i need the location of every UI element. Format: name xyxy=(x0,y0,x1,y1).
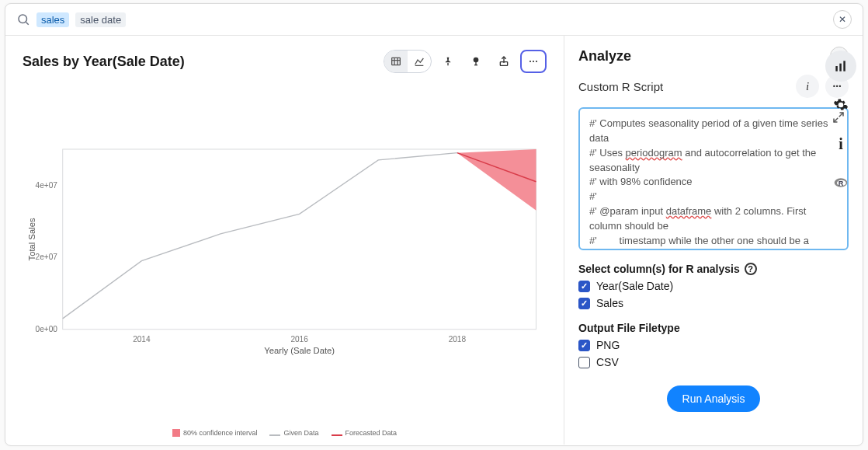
more-options-button[interactable] xyxy=(520,50,547,73)
chart-view-button[interactable] xyxy=(408,51,431,72)
search-chip[interactable]: sales xyxy=(36,12,69,27)
column-option-label: Sales xyxy=(596,297,623,309)
svg-text:2014: 2014 xyxy=(133,335,151,344)
analyze-subtitle: Custom R Script xyxy=(578,80,663,93)
right-rail: i R xyxy=(825,51,856,198)
column-option-checkbox[interactable] xyxy=(578,298,590,309)
info-icon[interactable]: i xyxy=(796,75,819,98)
svg-rect-24 xyxy=(839,64,842,72)
share-button[interactable] xyxy=(492,50,516,73)
column-option-checkbox[interactable] xyxy=(578,281,590,292)
legend-item: 80% confidence interval xyxy=(172,429,258,437)
analyze-title: Analyze xyxy=(578,48,631,65)
svg-rect-9 xyxy=(474,65,477,65)
svg-point-0 xyxy=(19,15,27,23)
column-option-row: Year(Sale Date) xyxy=(578,280,849,292)
filetype-option-row: PNG xyxy=(578,339,849,351)
chart-legend: 80% confidence intervalGiven DataForecas… xyxy=(23,429,547,437)
svg-rect-25 xyxy=(843,61,845,71)
filetype-option-checkbox[interactable] xyxy=(578,357,590,368)
svg-rect-8 xyxy=(475,62,476,65)
legend-item: Given Data xyxy=(269,429,318,437)
rail-chart-icon[interactable] xyxy=(825,51,856,82)
filetype-option-checkbox[interactable] xyxy=(578,340,590,351)
svg-text:R: R xyxy=(838,180,844,187)
svg-rect-23 xyxy=(835,66,838,72)
filetype-label: Output File Filetype xyxy=(578,322,849,334)
app-window: sales sale date ✕ Sales by Year(Sale Dat… xyxy=(5,3,863,446)
svg-rect-2 xyxy=(392,58,401,65)
svg-point-7 xyxy=(474,58,479,63)
svg-point-12 xyxy=(533,61,534,62)
r-script-editor[interactable]: #' Computes seasonality period of a give… xyxy=(578,107,849,250)
chart-area: 0e+002e+074e+07201420162018Yearly (Sale … xyxy=(23,81,547,437)
table-view-button[interactable] xyxy=(384,51,408,72)
svg-point-13 xyxy=(536,61,537,62)
filetype-option-row: CSV xyxy=(578,356,849,368)
svg-text:2e+07: 2e+07 xyxy=(36,253,58,261)
search-chip[interactable]: sale date xyxy=(75,12,126,27)
svg-text:2018: 2018 xyxy=(449,335,467,344)
svg-line-1 xyxy=(26,22,28,24)
select-columns-label: Select column(s) for R analysis ? xyxy=(578,263,849,275)
spotiq-button[interactable] xyxy=(464,50,488,73)
svg-text:Total Sales: Total Sales xyxy=(27,218,36,260)
clear-search-button[interactable]: ✕ xyxy=(833,10,852,29)
search-icon xyxy=(16,12,30,26)
svg-point-11 xyxy=(529,61,531,62)
column-option-row: Sales xyxy=(578,297,849,309)
rail-r-icon[interactable]: R xyxy=(825,167,856,198)
svg-text:Yearly (Sale Date): Yearly (Sale Date) xyxy=(264,346,335,355)
analyze-panel: Analyze ✕ Custom R Script i ··· #' Compu… xyxy=(564,36,863,445)
column-option-label: Year(Sale Date) xyxy=(596,280,673,292)
rail-settings-icon[interactable] xyxy=(825,89,856,120)
legend-item: Forecasted Data xyxy=(332,429,398,437)
chart-pane: Sales by Year(Sale Date) xyxy=(5,36,564,445)
svg-text:2016: 2016 xyxy=(290,335,308,344)
search-bar[interactable]: sales sale date ✕ xyxy=(5,4,863,36)
chart-toolbar xyxy=(384,50,547,73)
pin-button[interactable] xyxy=(436,50,460,73)
filetype-option-label: PNG xyxy=(596,339,620,351)
svg-text:0e+00: 0e+00 xyxy=(36,325,58,333)
line-chart: 0e+002e+074e+07201420162018Yearly (Sale … xyxy=(23,81,547,427)
filetype-option-label: CSV xyxy=(596,356,619,368)
svg-text:4e+07: 4e+07 xyxy=(36,181,58,190)
view-toggle-group xyxy=(384,50,432,73)
run-analysis-button[interactable]: Run Analysis xyxy=(667,385,761,412)
svg-rect-14 xyxy=(63,149,536,330)
help-icon[interactable]: ? xyxy=(745,263,757,275)
chart-title: Sales by Year(Sale Date) xyxy=(23,54,185,70)
rail-info-icon[interactable]: i xyxy=(825,128,856,159)
